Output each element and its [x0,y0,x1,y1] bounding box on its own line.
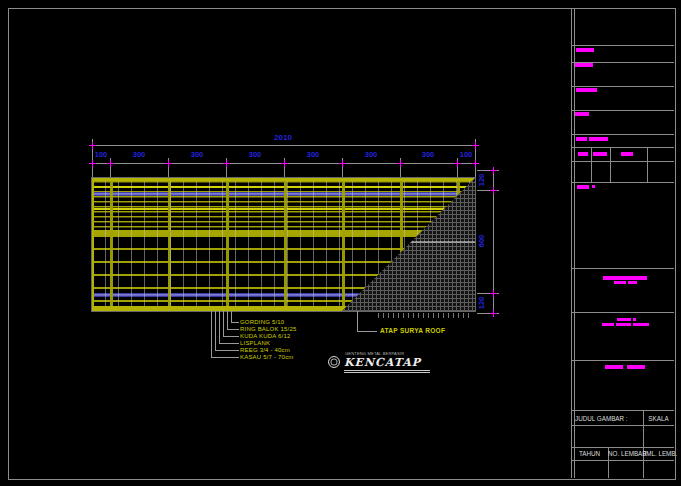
eave-ticks [378,313,470,318]
logo-brand: KENCATAP [344,356,421,369]
dim-segment: 300 [353,151,389,159]
material-label: GORDING 5/10 [240,319,284,325]
dim-segment: 300 [121,151,157,159]
material-label: KASAU 5/7 - 70cm [240,354,294,360]
material-label: KUDA KUDA 6/12 [240,333,291,339]
dim-segment: 300 [179,151,215,159]
gear-icon [328,356,340,368]
dim-segment: 100 [83,151,119,159]
dim-segment: 300 [237,151,273,159]
dim-right: 120 [477,288,487,318]
material-label: LISPLANK [240,340,270,346]
jml-lemb-label: JML. LEMB. [643,450,674,457]
no-lembar-label: NO. LEMBAR [608,450,643,457]
hatch-label: ATAP SURYA ROOF [380,327,445,334]
dim-total: 2010 [261,133,305,142]
material-label: RING BALOK 15/25 [240,326,297,332]
drawing-sheet: 2010 100 300 300 300 300 300 300 100 120… [0,0,681,486]
dim-segment: 300 [295,151,331,159]
skala-label: SKALA [644,415,673,422]
dim-right: 600 [477,226,487,256]
tahun-label: TAHUN [572,450,607,457]
dim-segment: 100 [448,151,484,159]
judul-gambar-label: JUDUL GAMBAR : [575,415,628,422]
roof-framing-plan [92,178,475,311]
dim-segment: 300 [410,151,446,159]
material-label: REEG 3/4 - 40cm [240,347,290,353]
dim-right: 120 [477,165,487,195]
